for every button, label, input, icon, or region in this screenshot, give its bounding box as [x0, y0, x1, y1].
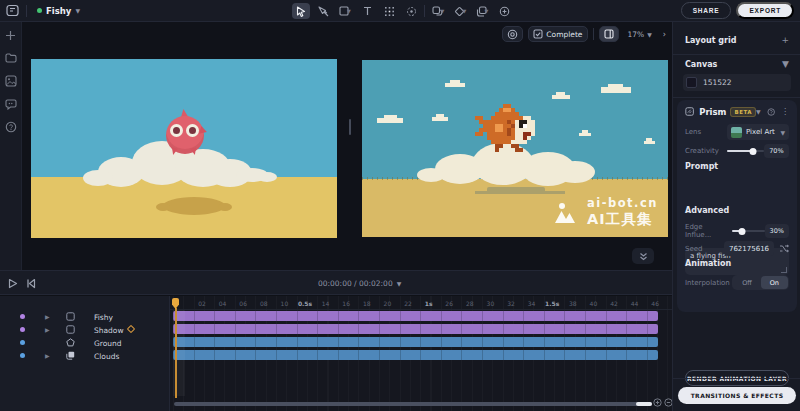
- saved-status-dot: [37, 8, 42, 13]
- project-name: Fishy: [46, 6, 71, 16]
- ruler-tick-label: 10: [281, 300, 289, 307]
- timeline-scrollbar[interactable]: [174, 402, 652, 406]
- node-edit-tool-button[interactable]: [314, 3, 332, 19]
- timeline-clip-ground[interactable]: [173, 337, 658, 347]
- chevron-right-icon: ›: [663, 30, 666, 39]
- app-logo[interactable]: [5, 3, 20, 18]
- animation-header: Animation: [685, 259, 789, 268]
- shuffle-seed-icon[interactable]: [779, 244, 789, 253]
- left-rail: [0, 22, 22, 270]
- comments-icon[interactable]: [4, 97, 18, 111]
- watermark-line2: AI工具集: [587, 210, 658, 229]
- artboard-source-frame[interactable]: [31, 59, 337, 238]
- add-icon[interactable]: [4, 28, 18, 42]
- track-row-ground[interactable]: Ground: [0, 336, 170, 349]
- skip-to-start-button[interactable]: [24, 277, 38, 290]
- track-color-dot: [20, 314, 25, 319]
- creativity-row: Creativity 70%: [685, 144, 789, 158]
- collapse-sidebar-button[interactable]: ›: [661, 26, 668, 42]
- slider-knob[interactable]: [739, 228, 746, 235]
- track-row-clouds[interactable]: ▶Clouds: [0, 349, 170, 362]
- expand-chevron-icon[interactable]: ▶: [45, 313, 50, 320]
- effects-tool-button[interactable]: ▼: [451, 3, 469, 19]
- export-button[interactable]: EXPORT: [736, 2, 794, 19]
- help-icon[interactable]: [767, 107, 775, 117]
- timeline-zoom-in-button[interactable]: [652, 397, 663, 408]
- artboard-resize-handle[interactable]: [349, 119, 351, 135]
- edge-influence-label: Edge Influe...: [685, 223, 728, 239]
- ruler-tick-label: 22: [404, 300, 412, 307]
- transitions-effects-button[interactable]: TRANSITIONS & EFFECTS: [678, 387, 797, 404]
- prism-title: Prism: [699, 107, 726, 117]
- panel-toggle-button[interactable]: [599, 26, 619, 42]
- lens-value: Pixel Art: [746, 128, 775, 136]
- complete-button[interactable]: Complete: [528, 26, 587, 42]
- prism-icon: [685, 106, 694, 117]
- edge-influence-slider[interactable]: [732, 230, 764, 232]
- project-menu[interactable]: Fishy ▼: [33, 4, 84, 18]
- lens-label: Lens: [685, 128, 701, 136]
- collapse-canvas-button[interactable]: [632, 248, 654, 264]
- kebab-menu-icon[interactable]: ⋮: [781, 107, 789, 116]
- track-row-fishy[interactable]: ▶Fishy: [0, 310, 170, 323]
- canvas-color-field[interactable]: 151522: [683, 74, 791, 91]
- scrollbar-thumb[interactable]: [636, 402, 652, 406]
- edge-influence-row: Edge Influe... 30%: [685, 223, 789, 239]
- track-row-shadow[interactable]: ▶Shadow: [0, 323, 170, 336]
- panel-icon: [604, 29, 614, 39]
- ruler-tick-label: 0.5s: [298, 300, 312, 307]
- timeline-clip-clouds[interactable]: [173, 350, 658, 360]
- creativity-value[interactable]: 70%: [764, 144, 789, 158]
- timeline-clip-fishy[interactable]: [173, 311, 658, 321]
- assets-folder-icon[interactable]: [4, 51, 18, 65]
- select-tool-button[interactable]: [292, 3, 310, 19]
- interpolation-off-option[interactable]: Off: [733, 276, 761, 289]
- layers-tool-button[interactable]: ▼: [473, 3, 491, 19]
- fish-character-flat[interactable]: [163, 109, 207, 155]
- play-button[interactable]: [6, 277, 20, 290]
- track-type-icon: [66, 312, 75, 321]
- interpolation-on-option[interactable]: On: [761, 276, 788, 289]
- timecode-dropdown[interactable]: 00:00:00 / 00:02:00 ▼: [318, 279, 401, 288]
- media-library-icon[interactable]: [4, 74, 18, 88]
- prism-header[interactable]: Prism BETA ▼ ⋮: [685, 106, 789, 117]
- artboard-prism-render[interactable]: ai-bot.cn AI工具集: [362, 60, 668, 237]
- chevron-down-icon[interactable]: ▼: [782, 59, 789, 69]
- expand-chevron-icon[interactable]: ▶: [45, 326, 50, 333]
- expand-chevron-icon[interactable]: ▶: [45, 352, 50, 359]
- comment-tool-button[interactable]: [495, 3, 513, 19]
- edge-influence-value[interactable]: 30%: [765, 224, 789, 238]
- canvas-section-header[interactable]: Canvas ▼: [685, 59, 789, 69]
- creativity-slider[interactable]: [727, 150, 764, 152]
- timeline-clip-shadow[interactable]: [173, 324, 658, 334]
- shape-tool-button[interactable]: ▼: [429, 3, 447, 19]
- slider-knob[interactable]: [749, 148, 756, 155]
- frame-tool-button[interactable]: ▼: [336, 3, 354, 19]
- chevron-down-icon[interactable]: ▼: [756, 108, 761, 115]
- timeline-lanes[interactable]: 02040608100.5s14161820221s26283032341.5s…: [170, 296, 672, 411]
- zoom-dropdown[interactable]: 17% ▼: [624, 26, 656, 42]
- lens-dropdown[interactable]: Pixel Art ▼: [727, 124, 789, 140]
- rotate-tool-button[interactable]: [402, 3, 420, 19]
- small-cloud: [601, 87, 631, 93]
- snapshot-button[interactable]: [502, 26, 523, 42]
- track-type-icon: [66, 351, 75, 360]
- canvas-color-swatch[interactable]: [686, 77, 697, 88]
- chevron-down-icon: ▼: [441, 8, 445, 14]
- timeline-ruler[interactable]: 02040608100.5s14161820221s26283032341.5s…: [170, 296, 672, 310]
- seed-input[interactable]: 762175616: [724, 241, 774, 256]
- layout-grid-section[interactable]: Layout grid +: [685, 35, 789, 45]
- keyframe-diamond-icon[interactable]: [127, 325, 135, 333]
- ruler-tick-label: 42: [610, 300, 618, 307]
- divider: [673, 97, 800, 98]
- fish-character-pixel[interactable]: [475, 104, 543, 152]
- text-tool-button[interactable]: [358, 3, 376, 19]
- transform-tool-button[interactable]: [380, 3, 398, 19]
- track-type-icon: [66, 325, 75, 334]
- canvas-viewport[interactable]: Complete 17% ▼ ›: [22, 22, 672, 270]
- help-icon[interactable]: [4, 120, 18, 134]
- ruler-tick-label: 1s: [425, 300, 433, 307]
- share-button[interactable]: SHARE: [681, 2, 732, 19]
- add-layout-grid-icon[interactable]: +: [781, 35, 789, 45]
- ruler-tick-label: 04: [219, 300, 227, 307]
